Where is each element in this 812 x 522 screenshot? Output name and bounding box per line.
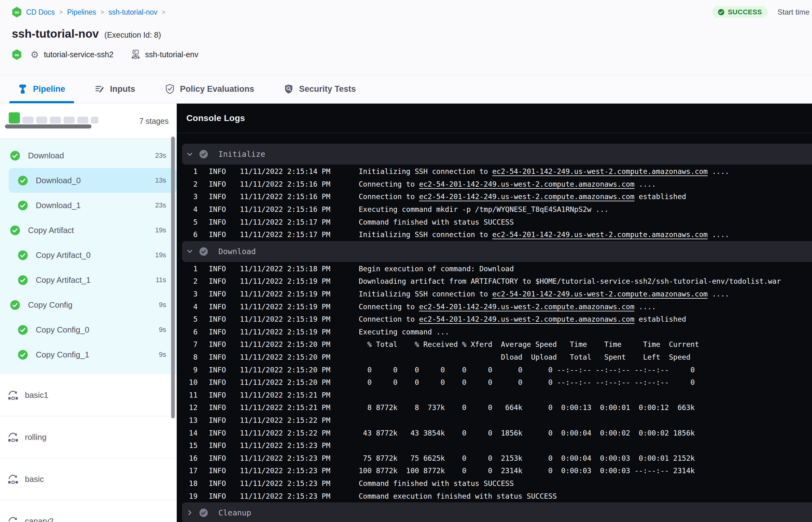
log-line-number: 19 <box>178 492 198 500</box>
stage-list: Download 23s Download_0 13s Download_1 2… <box>0 139 177 374</box>
log-host-link[interactable]: ec2-54-201-142-249.us-west-2.compute.ama… <box>492 290 708 298</box>
log-message: Executing command mkdir -p /tmp/WYQNESE_… <box>359 205 609 214</box>
log-level: INFO <box>209 429 227 437</box>
log-message: 75 8772k 75 6625k 0 0 2153k 0 0:00:04 0:… <box>359 454 695 462</box>
stage-name: Download_1 <box>36 201 81 210</box>
check-circle-icon <box>199 509 208 517</box>
pipeline-name: basic1 <box>25 390 48 400</box>
console-section: Download 1 INFO 11/11/2022 2:15:18 PM Be… <box>178 241 812 502</box>
stage-row[interactable]: Copy Config_1 9s <box>0 342 177 367</box>
section-title: Cleanup <box>218 508 251 517</box>
rollback-icon <box>7 474 19 484</box>
log-line-number: 5 <box>178 218 198 226</box>
log-level: INFO <box>209 265 227 273</box>
log-line-number: 14 <box>178 429 198 437</box>
log-level: INFO <box>209 303 227 311</box>
tab-pipeline[interactable]: Pipeline <box>9 75 74 103</box>
chevron-down-icon[interactable] <box>186 247 194 255</box>
log-line: 2 INFO 11/11/2022 2:15:16 PM Connecting … <box>178 178 812 191</box>
log-line-number: 6 <box>178 328 198 336</box>
log-timestamp: 11/11/2022 2:15:23 PM <box>240 492 331 500</box>
pipeline-list-item[interactable]: canary2 <box>0 500 177 522</box>
progress-square-pending <box>36 117 47 123</box>
log-timestamp: 11/11/2022 2:15:20 PM <box>240 353 331 361</box>
check-circle-icon <box>18 275 28 285</box>
log-timestamp: 11/11/2022 2:15:21 PM <box>240 391 331 399</box>
stage-name: Copy Config <box>28 300 73 310</box>
stage-progress-squares <box>9 112 99 123</box>
log-line: 10 INFO 11/11/2022 2:15:20 PM 0 0 0 0 0 … <box>178 376 812 389</box>
horizontal-scrollbar[interactable] <box>5 124 92 128</box>
chevron-down-icon[interactable] <box>186 150 194 158</box>
stage-duration: 23s <box>155 201 166 209</box>
log-text: Command execution finished with status S… <box>359 492 557 500</box>
tab-inputs[interactable]: Inputs <box>86 75 144 103</box>
stage-name: Copy Artifact <box>28 225 74 235</box>
log-line-number: 6 <box>178 230 198 239</box>
log-text: Connection to <box>359 315 419 323</box>
log-text: .... <box>634 180 656 188</box>
console-section-header[interactable]: Download <box>182 241 812 262</box>
log-timestamp: 11/11/2022 2:15:21 PM <box>240 403 331 411</box>
log-line-number: 9 <box>178 366 198 374</box>
log-host-link[interactable]: ec2-54-201-142-249.us-west-2.compute.ama… <box>419 180 634 188</box>
check-circle-icon <box>18 325 28 335</box>
log-host-link[interactable]: ec2-54-201-142-249.us-west-2.compute.ama… <box>419 303 634 311</box>
log-line: 8 INFO 11/11/2022 2:15:20 PM Dload Uploa… <box>178 351 812 364</box>
log-line: 4 INFO 11/11/2022 2:15:19 PM Connecting … <box>178 300 812 313</box>
log-timestamp: 11/11/2022 2:15:16 PM <box>240 205 331 214</box>
stage-duration: 19s <box>155 226 166 234</box>
log-message: Connection to ec2-54-201-142-249.us-west… <box>359 315 686 323</box>
breadcrumb-link-pipelines[interactable]: Pipelines <box>67 8 96 17</box>
chevron-down-icon[interactable] <box>186 509 194 517</box>
log-line-number: 13 <box>178 416 198 424</box>
breadcrumb-link-pipeline[interactable]: ssh-tutorial-nov <box>108 8 158 17</box>
stage-row[interactable]: Download_1 23s <box>0 193 177 218</box>
console-section-header[interactable]: Initialize <box>182 144 812 164</box>
progress-square-complete <box>9 112 20 123</box>
check-circle-icon <box>10 300 20 310</box>
log-host-link[interactable]: ec2-54-201-142-249.us-west-2.compute.ama… <box>419 315 634 323</box>
stage-row[interactable]: Download_0 13s <box>9 168 177 193</box>
stage-duration: 9s <box>159 301 166 309</box>
section-title: Initialize <box>218 149 265 159</box>
log-host-link[interactable]: ec2-54-201-142-249.us-west-2.compute.ama… <box>492 230 708 239</box>
log-host-link[interactable]: ec2-54-201-142-249.us-west-2.compute.ama… <box>419 193 634 201</box>
check-circle-icon <box>10 151 20 161</box>
tab-policy-evaluations[interactable]: Policy Evaluations <box>157 75 263 103</box>
log-text: Executing command mkdir -p /tmp/WYQNESE_… <box>359 205 609 214</box>
service-name: tutorial-service-ssh2 <box>44 50 114 59</box>
stage-row[interactable]: Copy Config 9s <box>0 293 177 317</box>
pipeline-list-item[interactable]: basic <box>0 458 177 500</box>
pipeline-list-item[interactable]: basic1 <box>0 374 177 416</box>
stage-row[interactable]: Copy Artifact_1 11s <box>0 267 177 293</box>
log-level: INFO <box>209 277 227 285</box>
log-level: INFO <box>209 479 227 487</box>
console-section-header[interactable]: Cleanup <box>182 502 812 522</box>
log-text: .... <box>708 230 729 239</box>
log-level: INFO <box>209 403 227 411</box>
stage-row[interactable]: Download 23s <box>0 143 177 168</box>
stage-row[interactable]: Copy Config_0 9s <box>0 317 177 342</box>
log-text: Initializing SSH connection to <box>359 167 492 176</box>
breadcrumb-link-project[interactable]: CD Docs <box>26 8 55 17</box>
log-text: established <box>634 315 686 323</box>
log-timestamp: 11/11/2022 2:15:20 PM <box>240 378 331 386</box>
status-badge: SUCCESS <box>712 6 768 18</box>
vertical-scrollbar[interactable] <box>171 137 175 418</box>
active-tab-underline <box>9 101 74 103</box>
log-message: 0 0 0 0 0 0 0 0 --:--:-- --:--:-- --:--:… <box>359 378 695 386</box>
status-badge-label: SUCCESS <box>728 8 762 16</box>
log-timestamp: 11/11/2022 2:15:17 PM <box>240 218 331 226</box>
stage-count-label: 7 stages <box>139 104 169 138</box>
stage-row[interactable]: Copy Artifact_0 19s <box>0 243 177 267</box>
tab-security-tests[interactable]: Security Tests <box>275 75 365 103</box>
pipeline-list-item[interactable]: rolling <box>0 416 177 458</box>
check-circle-icon <box>199 150 208 158</box>
log-host-link[interactable]: ec2-54-201-142-249.us-west-2.compute.ama… <box>492 167 708 176</box>
progress-square-pending <box>22 117 34 123</box>
stage-name: Copy Config_0 <box>36 325 89 335</box>
stage-duration: 23s <box>155 152 166 160</box>
stage-row[interactable]: Copy Artifact 19s <box>0 218 177 243</box>
stage-duration: 9s <box>159 350 166 359</box>
